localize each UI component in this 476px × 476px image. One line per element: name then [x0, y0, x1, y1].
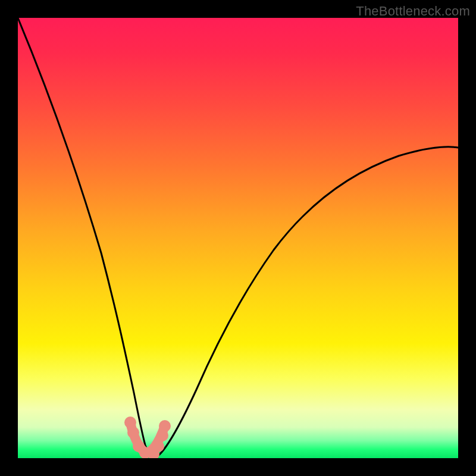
bottleneck-curve [18, 18, 458, 456]
curve-svg [18, 18, 458, 458]
plot-area [18, 18, 458, 458]
trough-markers [125, 417, 170, 458]
chart-frame: TheBottleneck.com [0, 0, 476, 476]
attribution-text: TheBottleneck.com [356, 4, 470, 19]
